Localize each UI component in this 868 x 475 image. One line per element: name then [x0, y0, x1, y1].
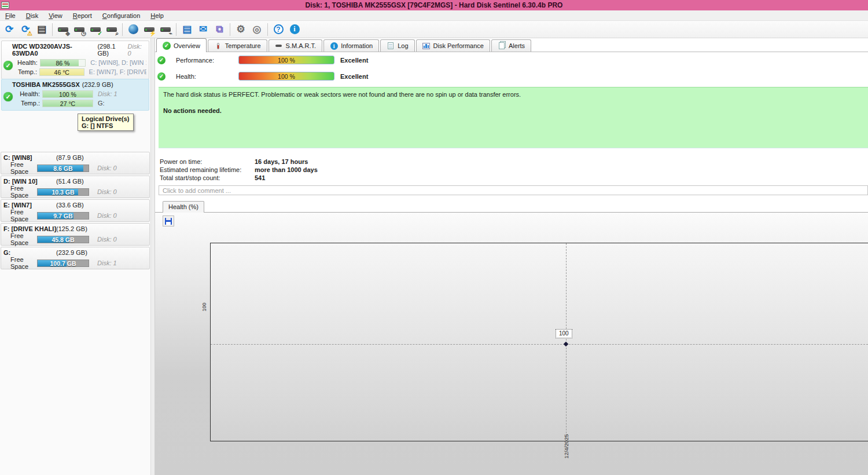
- disk-item-toshiba[interactable]: TOSHIBA MK2555GSX (232.9 GB) ✓ Health: 1…: [1, 79, 149, 111]
- eject-icon: ◆: [65, 31, 70, 36]
- sidebar-splitter[interactable]: [150, 38, 155, 475]
- menu-disk[interactable]: Disk: [21, 10, 43, 21]
- tab-smart[interactable]: S.M.A.R.T.: [269, 39, 323, 52]
- disk-name: WDC WD3200AVJS-63WDA0: [12, 43, 95, 57]
- report-button[interactable]: ▤: [179, 22, 194, 37]
- tab-information[interactable]: i Information: [323, 39, 379, 52]
- stat-value: 16 days, 17 hours: [255, 158, 308, 166]
- partition-size: (125.2 GB): [56, 224, 87, 235]
- help-button[interactable]: ?: [271, 22, 286, 37]
- menu-report[interactable]: Report: [68, 10, 97, 21]
- check-icon: ✓: [157, 72, 165, 81]
- menu-configuration[interactable]: Configuration: [97, 10, 145, 21]
- partition-name: G:: [3, 247, 10, 258]
- free-space-bar: 100.7 GB: [37, 260, 89, 267]
- health-rating: Excellent: [340, 73, 368, 80]
- disk-test-button[interactable]: ✓: [88, 22, 103, 37]
- remote-disk-button[interactable]: ⌁: [158, 22, 173, 37]
- disk-sidebar: WDC WD3200AVJS-63WDA0 (298.1 GB) Disk: 0…: [0, 38, 150, 475]
- check-icon: ✓: [98, 31, 102, 36]
- network-monitor-button[interactable]: ⧉: [212, 22, 227, 37]
- tab-disk-performance[interactable]: Disk Performance: [416, 39, 490, 52]
- menu-file[interactable]: File: [0, 10, 21, 21]
- partition-item-c[interactable]: C: [WIN8] (87.9 GB) Free Space 8.6 GB Di…: [1, 152, 150, 174]
- data-point-label: 100: [556, 329, 572, 338]
- menu-view[interactable]: View: [43, 10, 68, 21]
- help-icon: ?: [274, 24, 284, 34]
- temp-label: Temp.:: [16, 68, 37, 75]
- about-button[interactable]: i: [287, 22, 302, 37]
- menu-help[interactable]: Help: [145, 10, 169, 21]
- health-label: Health:: [16, 59, 38, 66]
- temp-label: Temp.:: [16, 100, 40, 107]
- refresh-tests-button[interactable]: ⟳ ⚠: [18, 22, 33, 37]
- partition-name: C: [WIN8]: [3, 152, 32, 163]
- partition-name: E: [WIN7]: [3, 200, 32, 211]
- detect-disks-button[interactable]: ▤: [34, 22, 49, 37]
- disk-drive-letters: C: [WIN8], D: [WIN 10: [90, 59, 146, 66]
- partition-item-g[interactable]: G: (232.9 GB) Free Space 100.7 GB Disk: …: [1, 247, 150, 269]
- plug-icon: ⚡: [149, 31, 156, 36]
- free-space-bar: 9.7 GB: [37, 212, 89, 220]
- tab-label: Temperature: [225, 42, 261, 49]
- connect-disk-button[interactable]: ⚡: [142, 22, 157, 37]
- stat-label: Estimated remaining lifetime:: [160, 166, 255, 174]
- status-ok-icon: ✓: [3, 92, 13, 101]
- disk-index: Disk: 1: [98, 90, 117, 97]
- tab-health-chart[interactable]: Health (%): [163, 201, 204, 213]
- temp-bar: 27 °C: [42, 100, 93, 107]
- gear-icon: ⚙: [236, 24, 245, 34]
- health-label: Health:: [176, 73, 238, 80]
- free-space-bar: 8.6 GB: [37, 165, 89, 172]
- performance-bar: 100 %: [238, 56, 334, 64]
- health-label: Health:: [16, 90, 40, 97]
- data-point-marker: [564, 342, 568, 346]
- refresh-button[interactable]: ⟳: [2, 22, 17, 37]
- disk-item-wdc[interactable]: WDC WD3200AVJS-63WDA0 (298.1 GB) Disk: 0…: [1, 41, 149, 79]
- tab-bar: ✓ Overview Temperature S.M.A.R.T. i Info…: [155, 38, 868, 52]
- partition-size: (87.9 GB): [56, 152, 84, 163]
- mail-icon: ✉: [199, 24, 207, 34]
- comment-field[interactable]: Click to add comment ...: [159, 185, 868, 195]
- health-chart-panel: 100 100 12/4/2025: [155, 212, 868, 475]
- partition-item-e[interactable]: E: [WIN7] (33.6 GB) Free Space 9.7 GB Di…: [1, 199, 150, 222]
- tab-label: Overview: [174, 42, 200, 49]
- disk-surface-test-button[interactable]: ⌕: [104, 22, 119, 37]
- partition-disk-index: Disk: 1: [97, 260, 117, 266]
- magnifier-icon: ⌕: [115, 31, 119, 36]
- tab-temperature[interactable]: Temperature: [208, 39, 267, 52]
- free-space-bar: 10.3 GB: [37, 188, 89, 196]
- send-mail-button[interactable]: ✉: [196, 22, 211, 37]
- info-icon: i: [290, 24, 300, 34]
- notepad-icon: ▤: [182, 24, 192, 34]
- save-chart-button[interactable]: [163, 215, 174, 226]
- settings-button[interactable]: ⚙: [233, 22, 248, 37]
- stat-label: Total start/stop count:: [160, 174, 255, 182]
- title-bar: Disk: 1, TOSHIBA MK2555GSX [79C4F2MGS] -…: [0, 0, 868, 10]
- tab-label: S.M.A.R.T.: [286, 42, 317, 49]
- health-row: ✓ Health: 100 % Excellent: [157, 72, 368, 81]
- performance-rating: Excellent: [340, 57, 368, 64]
- partition-disk-index: Disk: 0: [97, 236, 117, 243]
- sound-settings-button[interactable]: ◎: [249, 22, 264, 37]
- network-disks-button[interactable]: [126, 22, 141, 37]
- partition-item-d[interactable]: D: [WIN 10] (51.4 GB) Free Space 10.3 GB…: [1, 176, 150, 198]
- document-icon: [388, 42, 393, 49]
- info-icon: i: [330, 42, 338, 50]
- tab-log[interactable]: Log: [380, 39, 414, 52]
- disk-control-button[interactable]: ◆: [56, 22, 71, 37]
- partition-item-f[interactable]: F: [DRIVE KHALI] (125.2 GB) Free Space 4…: [1, 223, 150, 246]
- tab-label: Disk Performance: [433, 42, 484, 49]
- save-icon: [165, 218, 172, 225]
- health-chart-plot: 100: [210, 243, 868, 441]
- x-axis-date-label: 12/4/2025: [563, 429, 569, 464]
- toolbar-separator: [52, 23, 53, 36]
- disk-name: TOSHIBA MK2555GSX: [12, 81, 80, 88]
- toolbar: ⟳ ⟳ ⚠ ▤ ◆ ◷ ✓ ⌕ ⚡ ⌁ ▤ ✉ ⧉: [0, 21, 868, 38]
- partition-size: (33.6 GB): [56, 200, 84, 211]
- partition-disk-index: Disk: 0: [97, 188, 117, 195]
- tab-overview[interactable]: ✓ Overview: [156, 38, 207, 52]
- window-title: Disk: 1, TOSHIBA MK2555GSX [79C4F2MGS] -…: [0, 1, 868, 9]
- disk-schedule-button[interactable]: ◷: [72, 22, 87, 37]
- tab-alerts[interactable]: Alerts: [491, 39, 531, 52]
